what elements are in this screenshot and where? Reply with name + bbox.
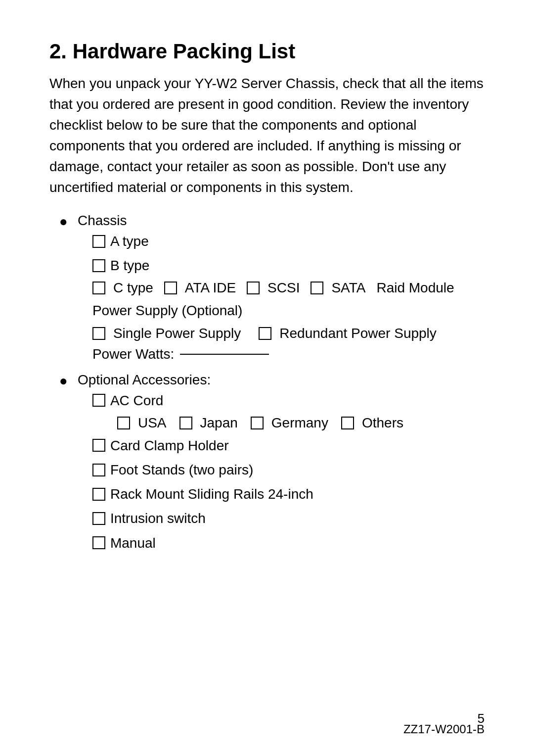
chassis-label: Chassis (78, 213, 127, 228)
intrusion-switch-label: Intrusion switch (110, 509, 206, 528)
single-power-supply-label: Single Power Supply (113, 326, 241, 341)
accessories-bullet-item: ● Optional Accessories: AC Cord USA Japa… (59, 372, 485, 558)
japan-label: Japan (200, 415, 238, 431)
card-clamp-holder-checkbox[interactable] (92, 439, 105, 452)
chassis-sata-label: SATA (331, 280, 365, 296)
chassis-b-type-label: B type (110, 256, 149, 275)
raid-module-label: Raid Module (376, 280, 454, 296)
manual-label: Manual (110, 533, 156, 553)
ac-cord-label: AC Cord (110, 391, 163, 410)
accessories-sub-items: AC Cord USA Japan Germany Others (92, 391, 485, 553)
accessories-label: Optional Accessories: (78, 372, 211, 387)
single-power-supply-checkbox[interactable] (92, 327, 105, 340)
chassis-c-type-row: C type ATA IDE SCSI SATA Raid Module (92, 280, 485, 296)
manual-checkbox[interactable] (92, 536, 105, 549)
rack-mount-label: Rack Mount Sliding Rails 24-inch (110, 484, 313, 504)
germany-checkbox[interactable] (251, 417, 264, 429)
ac-cord-item: AC Cord (92, 391, 485, 410)
chassis-scsi-checkbox[interactable] (247, 282, 260, 294)
accessories-content: Optional Accessories: AC Cord USA Japan (78, 372, 485, 558)
others-label: Others (362, 415, 403, 431)
others-checkbox[interactable] (341, 417, 354, 429)
rack-mount-checkbox[interactable] (92, 488, 105, 501)
chassis-bullet-item: ● Chassis A type B type (59, 213, 485, 367)
checklist: ● Chassis A type B type (59, 213, 485, 558)
ac-cord-options-row: USA Japan Germany Others (117, 415, 485, 431)
chassis-b-type-checkbox[interactable] (92, 259, 105, 272)
page-title: 2. Hardware Packing List (49, 40, 485, 63)
bullet-dot-chassis: ● (59, 214, 68, 230)
intrusion-switch-item: Intrusion switch (92, 509, 485, 528)
power-watts-input-line (180, 354, 269, 355)
power-watts-label: Power Watts: (92, 346, 174, 362)
chassis-a-type-item: A type (92, 232, 485, 251)
foot-stands-checkbox[interactable] (92, 464, 105, 476)
bullet-dot-accessories: ● (59, 373, 68, 389)
power-watts-row: Power Watts: (92, 346, 485, 362)
intro-paragraph: When you unpack your YY-W2 Server Chassi… (49, 73, 485, 198)
power-supply-optional-item: Power Supply (Optional) (92, 301, 485, 320)
power-supply-row: Single Power Supply Redundant Power Supp… (92, 326, 485, 341)
chassis-content: Chassis A type B type C (78, 213, 485, 367)
redundant-power-supply-label: Redundant Power Supply (279, 326, 437, 341)
rack-mount-item: Rack Mount Sliding Rails 24-inch (92, 484, 485, 504)
doc-ref: ZZ17-W2001-B (403, 722, 485, 736)
germany-label: Germany (271, 415, 328, 431)
chassis-sub-items: A type B type C type ATA IDE S (92, 232, 485, 362)
foot-stands-item: Foot Stands (two pairs) (92, 460, 485, 479)
chassis-scsi-label: SCSI (267, 280, 300, 296)
power-supply-optional-label: Power Supply (Optional) (92, 301, 242, 320)
chassis-ata-ide-label: ATA IDE (185, 280, 236, 296)
card-clamp-holder-label: Card Clamp Holder (110, 436, 229, 455)
chassis-a-type-label: A type (110, 232, 149, 251)
foot-stands-label: Foot Stands (two pairs) (110, 460, 253, 479)
chassis-a-type-checkbox[interactable] (92, 235, 105, 248)
japan-checkbox[interactable] (179, 417, 192, 429)
chassis-c-type-label: C type (113, 280, 153, 296)
chassis-ata-ide-checkbox[interactable] (164, 282, 177, 294)
usa-label: USA (138, 415, 167, 431)
chassis-c-type-checkbox[interactable] (92, 282, 105, 294)
card-clamp-holder-item: Card Clamp Holder (92, 436, 485, 455)
chassis-b-type-item: B type (92, 256, 485, 275)
page: 2. Hardware Packing List When you unpack… (0, 0, 534, 756)
chassis-sata-checkbox[interactable] (311, 282, 323, 294)
manual-item: Manual (92, 533, 485, 553)
intrusion-switch-checkbox[interactable] (92, 512, 105, 525)
redundant-power-supply-checkbox[interactable] (259, 327, 271, 340)
usa-checkbox[interactable] (117, 417, 130, 429)
ac-cord-checkbox[interactable] (92, 394, 105, 407)
